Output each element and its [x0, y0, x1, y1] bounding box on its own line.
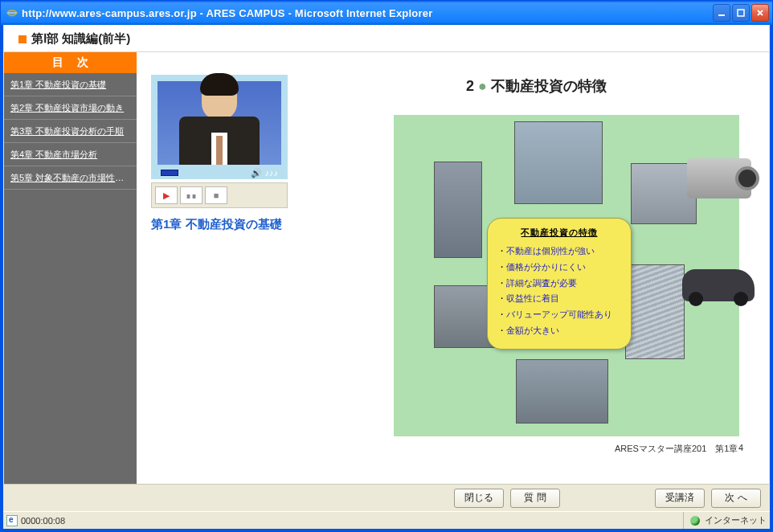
status-left: 0000:00:08 [6, 515, 65, 526]
sidebar-item-ch3[interactable]: 第3章 不動産投資分析の手順 [4, 120, 137, 143]
page-title: 第Ⅰ部 知識編(前半) [31, 31, 130, 47]
video-progress-bar[interactable]: 🔊 ♪♪♪ [161, 168, 278, 178]
minimize-button[interactable] [713, 4, 730, 22]
pause-button[interactable]: ∎∎ [180, 186, 202, 204]
feature-item: 収益性に着目 [497, 291, 621, 307]
page-icon [6, 515, 18, 526]
car-icon [682, 269, 755, 301]
window-titlebar: http://www.ares-campus.ares.or.jp - ARES… [1, 1, 772, 25]
status-right: インターネット [683, 512, 767, 529]
slide: 2 ● 不動産投資の特徴 不動産投資の特徴 [313, 68, 759, 460]
building-image [625, 264, 685, 359]
video-panel: 🔊 ♪♪♪ ▶ ∎∎ ■ 第1章 不動産投資の基礎 [151, 75, 304, 232]
presenter-image [179, 76, 260, 165]
sidebar: 目 次 第1章 不動産投資の基礎 第2章 不動産投資市場の動き 第3章 不動産投… [4, 52, 137, 484]
main-area: 目 次 第1章 不動産投資の基礎 第2章 不動産投資市場の動き 第3章 不動産投… [4, 52, 769, 484]
sidebar-item-ch1[interactable]: 第1章 不動産投資の基礎 [4, 73, 137, 96]
sound-icon[interactable]: 🔊 ♪♪♪ [251, 168, 278, 178]
feature-item: バリューアップ可能性あり [497, 307, 621, 323]
slide-heading-text: 不動産投資の特徴 [491, 78, 607, 94]
close-window-button[interactable] [751, 4, 769, 22]
header-bullet-icon [18, 35, 27, 43]
feature-list: 不動産は個別性が強い 価格が分かりにくい 詳細な調査が必要 収益性に着目 バリュ… [497, 243, 621, 339]
slide-footer-course: ARESマスター講座201 第1章 [615, 443, 738, 455]
status-zone: インターネット [705, 514, 767, 526]
svg-rect-3 [738, 10, 744, 16]
video-frame[interactable]: 🔊 ♪♪♪ [151, 75, 288, 179]
bottom-bar: 閉じる 質 問 受講済 次 へ [4, 484, 769, 511]
svg-rect-2 [718, 14, 725, 16]
camera-icon [687, 158, 751, 198]
feature-item: 詳細な調査が必要 [497, 276, 621, 292]
client-area: 第Ⅰ部 知識編(前半) 目 次 第1章 不動産投資の基礎 第2章 不動産投資市場… [1, 25, 772, 531]
sidebar-item-ch4[interactable]: 第4章 不動産市場分析 [4, 143, 137, 166]
slide-footer-page: 4 [738, 443, 743, 455]
window-controls [713, 4, 769, 22]
feature-item: 不動産は個別性が強い [497, 243, 621, 260]
question-button[interactable]: 質 問 [510, 489, 560, 508]
building-image [434, 162, 482, 258]
status-time: 0000:00:08 [21, 516, 65, 526]
slide-heading-num: 2 [466, 78, 474, 94]
building-image [516, 359, 608, 424]
completed-button[interactable]: 受講済 [655, 489, 705, 508]
internet-zone-icon [690, 516, 700, 526]
feature-box-title: 不動産投資の特徴 [497, 227, 621, 239]
page-header: 第Ⅰ部 知識編(前半) [4, 25, 769, 52]
video-controls: ▶ ∎∎ ■ [151, 182, 288, 208]
maximize-button[interactable] [732, 4, 750, 22]
chapter-title: 第1章 不動産投資の基礎 [151, 216, 304, 232]
next-button[interactable]: 次 へ [711, 489, 761, 508]
progress-indicator [161, 170, 178, 176]
feature-item: 価格が分かりにくい [497, 260, 621, 276]
browser-window: http://www.ares-campus.ares.or.jp - ARES… [0, 0, 773, 532]
ie-icon [6, 6, 18, 19]
feature-box: 不動産投資の特徴 不動産は個別性が強い 価格が分かりにくい 詳細な調査が必要 収… [487, 218, 632, 350]
bullet-icon: ● [478, 78, 487, 94]
slide-heading: 2 ● 不動産投資の特徴 [313, 76, 759, 96]
sidebar-item-ch2[interactable]: 第2章 不動産投資市場の動き [4, 96, 137, 120]
page-content: 第Ⅰ部 知識編(前半) 目 次 第1章 不動産投資の基礎 第2章 不動産投資市場… [4, 25, 769, 511]
play-button[interactable]: ▶ [155, 186, 178, 204]
slide-footer: ARESマスター講座201 第1章 4 [615, 443, 743, 455]
stop-button[interactable]: ■ [205, 186, 227, 204]
window-title: http://www.ares-campus.ares.or.jp - ARES… [22, 7, 713, 19]
close-content-button[interactable]: 閉じる [454, 489, 504, 508]
stage: 🔊 ♪♪♪ ▶ ∎∎ ■ 第1章 不動産投資の基礎 2 [137, 52, 769, 484]
building-image [514, 121, 603, 204]
sidebar-item-ch5[interactable]: 第5章 対象不動産の市場性分析 [4, 166, 137, 190]
bottom-left-group: 閉じる 質 問 [454, 489, 560, 508]
sidebar-heading: 目 次 [4, 52, 137, 73]
status-bar: 0000:00:08 インターネット [3, 511, 770, 529]
feature-item: 金額が大きい [497, 323, 621, 339]
